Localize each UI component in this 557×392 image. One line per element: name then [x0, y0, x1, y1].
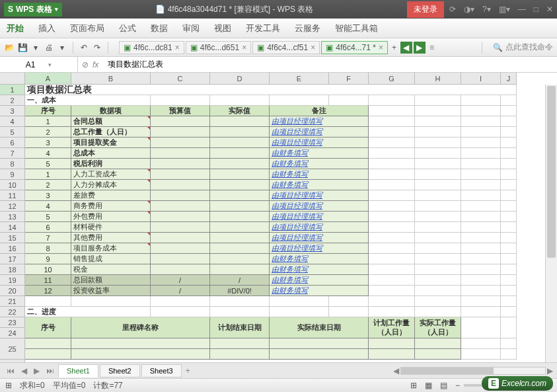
budget-10[interactable] — [151, 222, 210, 233]
row-header-25[interactable]: 25 — [0, 338, 25, 360]
cell[interactable] — [369, 307, 415, 317]
view-normal-icon[interactable]: ⊞ — [410, 381, 417, 390]
actual-9[interactable] — [210, 212, 270, 222]
cell[interactable] — [415, 338, 461, 349]
row-header-22[interactable]: 22 — [0, 307, 25, 317]
seq-8[interactable]: 4 — [25, 201, 71, 212]
cell[interactable] — [415, 137, 461, 148]
sheet-tab-2[interactable]: Sheet3 — [141, 364, 182, 377]
cell[interactable] — [151, 95, 210, 106]
redo-icon[interactable]: ↷ — [92, 42, 102, 53]
note-11[interactable]: 由项目经理填写 — [270, 233, 369, 243]
col-header-D[interactable]: D — [210, 73, 270, 85]
horizontal-scrollbar[interactable] — [400, 367, 546, 375]
actual-16[interactable]: #DIV/0! — [210, 286, 270, 296]
cell[interactable] — [415, 286, 461, 296]
item-7[interactable]: 差旅费 — [71, 190, 151, 201]
row-header-12[interactable]: 12 — [0, 201, 25, 212]
doc-tab-0[interactable]: ▣4f6c...dc81× — [119, 41, 184, 54]
item-9[interactable]: 外包费用 — [71, 212, 151, 222]
preview-icon[interactable]: ▾ — [57, 42, 67, 53]
cell[interactable] — [461, 180, 501, 190]
cell[interactable] — [25, 338, 71, 349]
menu-4[interactable]: 数据 — [151, 22, 168, 34]
cell[interactable] — [461, 95, 501, 106]
col-header-E[interactable]: E — [270, 73, 329, 85]
seq-6[interactable]: 2 — [25, 180, 71, 190]
skin-icon[interactable]: ◑▾ — [464, 5, 474, 14]
cell[interactable] — [461, 338, 501, 349]
cell[interactable] — [151, 307, 210, 317]
seq-12[interactable]: 8 — [25, 243, 71, 254]
cell[interactable] — [501, 317, 517, 338]
actual-5[interactable] — [210, 169, 270, 180]
seq-13[interactable]: 9 — [25, 254, 71, 264]
saveas-icon[interactable]: ▾ — [30, 42, 41, 53]
menu-8[interactable]: 云服务 — [295, 22, 320, 34]
cell[interactable] — [151, 296, 210, 307]
close-icon[interactable]: ✕ — [546, 5, 553, 14]
cell[interactable] — [210, 296, 270, 307]
note-2[interactable]: 由项目经理填写 — [270, 137, 369, 148]
cell[interactable] — [369, 190, 415, 201]
cell[interactable] — [461, 243, 501, 254]
fx-cancel-icon[interactable]: ⊘ — [82, 60, 89, 69]
cell[interactable] — [369, 338, 415, 349]
budget-12[interactable] — [151, 243, 210, 254]
item-10[interactable]: 材料硬件 — [71, 222, 151, 233]
actual-0[interactable] — [210, 116, 270, 127]
cell[interactable] — [270, 296, 329, 307]
note-0[interactable]: 由项目经理填写 — [270, 116, 369, 127]
budget-16[interactable]: / — [151, 286, 210, 296]
tab-close-icon[interactable]: × — [242, 43, 246, 52]
hdr2-seq[interactable]: 序号 — [25, 317, 71, 338]
cell[interactable] — [461, 254, 501, 264]
note-9[interactable]: 由项目经理填写 — [270, 212, 369, 222]
row-header-19[interactable]: 19 — [0, 275, 25, 286]
row-header-26[interactable]: 26 — [0, 360, 25, 362]
hdr-budget[interactable]: 预算值 — [151, 106, 210, 116]
item-0[interactable]: 合同总额 — [71, 116, 151, 127]
hdr-item[interactable]: 数据项 — [71, 106, 151, 116]
budget-6[interactable] — [151, 180, 210, 190]
menu-5[interactable]: 审阅 — [182, 22, 200, 34]
cell[interactable] — [329, 95, 369, 106]
cell[interactable] — [369, 148, 415, 159]
cell[interactable] — [461, 222, 501, 233]
budget-9[interactable] — [151, 212, 210, 222]
title-cell[interactable]: 项目数据汇总表 — [25, 85, 517, 95]
cell[interactable] — [369, 106, 415, 116]
budget-13[interactable] — [151, 254, 210, 264]
hdr-seq[interactable]: 序号 — [25, 106, 71, 116]
item-1[interactable]: 总工作量（人日） — [71, 127, 151, 137]
section-1[interactable]: 一、成本 — [25, 95, 151, 106]
actual-14[interactable] — [210, 264, 270, 275]
cell[interactable] — [369, 137, 415, 148]
budget-2[interactable] — [151, 137, 210, 148]
item-12[interactable]: 项目服务成本 — [71, 243, 151, 254]
note-15[interactable]: 由财务填写 — [270, 275, 369, 286]
row-header-10[interactable]: 10 — [0, 180, 25, 190]
note-14[interactable]: 由财务填写 — [270, 264, 369, 275]
seq-2[interactable]: 3 — [25, 137, 71, 148]
cell[interactable] — [461, 148, 501, 159]
cell[interactable] — [71, 349, 210, 360]
cell[interactable] — [461, 159, 501, 169]
cell[interactable] — [461, 349, 501, 360]
cell[interactable] — [369, 296, 415, 307]
section-2[interactable]: 二、进度 — [25, 307, 151, 317]
cell[interactable] — [501, 137, 517, 148]
row-header-11[interactable]: 11 — [0, 190, 25, 201]
cell[interactable] — [415, 127, 461, 137]
col-header-F[interactable]: F — [329, 73, 369, 85]
cell[interactable] — [461, 264, 501, 275]
save-icon[interactable]: 💾 — [17, 42, 28, 53]
name-box[interactable]: A1▾ — [0, 57, 78, 72]
cell[interactable] — [71, 338, 210, 349]
actual-7[interactable] — [210, 190, 270, 201]
row-header-7[interactable]: 7 — [0, 148, 25, 159]
zoom-out-icon[interactable]: − — [455, 381, 460, 390]
maximize-icon[interactable]: □ — [534, 5, 538, 14]
budget-3[interactable] — [151, 148, 210, 159]
seq-15[interactable]: 11 — [25, 275, 71, 286]
